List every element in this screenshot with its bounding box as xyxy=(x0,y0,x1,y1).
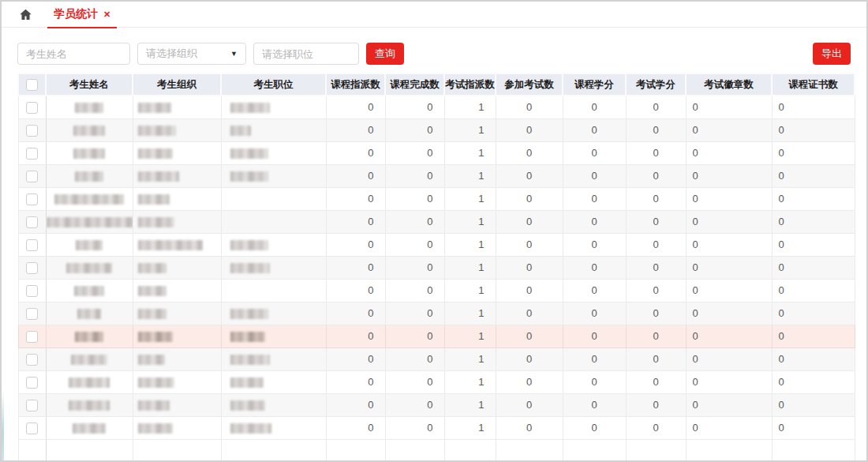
table-row: 00100000 xyxy=(18,118,855,141)
candidate-position-cell xyxy=(221,347,326,370)
redacted-text xyxy=(73,148,105,159)
row-checkbox[interactable] xyxy=(26,262,38,274)
stat-value-cell: 0 xyxy=(772,416,855,439)
redacted-text xyxy=(138,194,170,205)
redacted-text xyxy=(75,171,103,182)
candidate-name-cell xyxy=(46,370,133,393)
stat-value-cell: 0 xyxy=(772,279,855,302)
chevron-down-icon: ▼ xyxy=(230,50,238,58)
row-checkbox[interactable] xyxy=(26,331,38,343)
query-button[interactable]: 查询 xyxy=(366,43,404,65)
stat-value-cell: 0 xyxy=(496,187,563,210)
stat-value-cell: 0 xyxy=(385,118,444,141)
empty-cell xyxy=(444,439,496,462)
redacted-text xyxy=(74,286,104,296)
stat-value-cell: 0 xyxy=(496,210,563,233)
stat-value-cell: 0 xyxy=(563,210,626,233)
table-row: 00100000 xyxy=(18,256,855,279)
candidate-name-cell xyxy=(46,325,133,347)
tab-close-icon[interactable]: ✕ xyxy=(103,10,110,19)
row-select-cell xyxy=(18,416,46,439)
candidate-name-cell xyxy=(46,347,133,370)
row-checkbox[interactable] xyxy=(26,423,38,434)
row-select-cell xyxy=(18,393,46,416)
stat-value-cell: 0 xyxy=(496,393,563,416)
export-button[interactable]: 导出 xyxy=(813,43,851,65)
candidate-org-cell xyxy=(133,325,221,347)
candidate-position-cell xyxy=(221,279,326,302)
stat-value-cell: 0 xyxy=(626,347,686,370)
tab-bar: 学员统计 ✕ xyxy=(2,2,866,28)
candidate-position-cell xyxy=(221,393,326,416)
row-checkbox[interactable] xyxy=(26,377,38,389)
position-input[interactable] xyxy=(253,43,359,65)
stat-value-cell: 0 xyxy=(686,96,772,118)
stat-value-cell: 0 xyxy=(385,347,444,370)
table-row: 00100000 xyxy=(18,347,855,370)
row-checkbox[interactable] xyxy=(26,308,38,320)
row-checkbox[interactable] xyxy=(26,171,38,182)
table-row: 00100000 xyxy=(18,96,855,118)
row-checkbox[interactable] xyxy=(26,193,38,205)
stat-value-cell: 0 xyxy=(563,141,626,164)
column-header: 课程完成数 xyxy=(385,73,444,96)
candidate-position-cell xyxy=(221,233,326,256)
candidate-org-cell xyxy=(133,416,221,439)
stat-value-cell: 0 xyxy=(563,96,626,118)
stat-value-cell: 0 xyxy=(626,96,686,118)
table-row: 00100000 xyxy=(18,164,855,187)
empty-cell xyxy=(772,439,855,462)
stat-value-cell: 0 xyxy=(686,416,772,439)
redacted-text xyxy=(66,263,112,273)
organization-select[interactable]: 请选择组织 ▼ xyxy=(137,43,246,65)
candidate-name-cell xyxy=(46,187,133,210)
stat-value-cell: 0 xyxy=(772,164,855,187)
row-checkbox[interactable] xyxy=(26,102,38,114)
row-checkbox[interactable] xyxy=(26,216,38,228)
candidate-position-cell xyxy=(221,96,326,118)
stat-value-cell: 0 xyxy=(563,370,626,393)
candidate-name-cell xyxy=(46,118,133,141)
select-all-checkbox[interactable] xyxy=(26,79,38,91)
row-checkbox[interactable] xyxy=(26,125,38,137)
stat-value-cell: 0 xyxy=(626,279,686,302)
stat-value-cell: 0 xyxy=(326,96,385,118)
stat-value-cell: 0 xyxy=(563,347,626,370)
candidate-position-cell xyxy=(221,210,326,233)
stat-value-cell: 0 xyxy=(496,325,563,347)
stat-value-cell: 0 xyxy=(326,164,385,187)
stat-value-cell: 1 xyxy=(444,164,496,187)
row-checkbox[interactable] xyxy=(26,354,38,366)
row-select-cell xyxy=(18,370,46,393)
row-checkbox[interactable] xyxy=(26,400,38,411)
candidate-name-input[interactable] xyxy=(17,43,130,65)
redacted-text xyxy=(230,263,270,273)
candidate-position-cell xyxy=(221,187,326,210)
candidate-position-cell xyxy=(221,416,326,439)
row-checkbox[interactable] xyxy=(26,239,38,251)
row-checkbox[interactable] xyxy=(26,148,38,160)
tab-student-statistics[interactable]: 学员统计 ✕ xyxy=(46,2,118,28)
stat-value-cell: 0 xyxy=(626,325,686,347)
home-icon[interactable] xyxy=(19,8,32,21)
stat-value-cell: 0 xyxy=(326,141,385,164)
stat-value-cell: 0 xyxy=(385,96,444,118)
stat-value-cell: 0 xyxy=(496,233,563,256)
stat-value-cell: 0 xyxy=(496,370,563,393)
redacted-text xyxy=(77,309,101,319)
empty-cell xyxy=(46,439,133,462)
table-row: 00100000 xyxy=(18,393,855,416)
table-row: 00100000 xyxy=(18,233,855,256)
select-all-header xyxy=(18,73,46,96)
stat-value-cell: 1 xyxy=(444,256,496,279)
column-header: 考生组织 xyxy=(133,73,221,96)
stat-value-cell: 0 xyxy=(772,141,855,164)
table-row: 00100000 xyxy=(18,370,855,393)
stat-value-cell: 0 xyxy=(326,302,385,325)
empty-cell xyxy=(326,439,385,462)
stat-value-cell: 0 xyxy=(626,256,686,279)
stat-value-cell: 0 xyxy=(385,325,444,347)
stat-value-cell: 0 xyxy=(496,164,563,187)
row-checkbox[interactable] xyxy=(26,285,38,297)
stat-value-cell: 0 xyxy=(563,256,626,279)
